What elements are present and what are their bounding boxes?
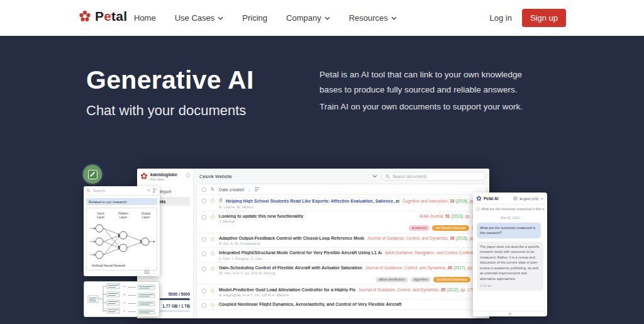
star-icon[interactable] xyxy=(210,266,215,271)
table-row[interactable]: Gain-Scheduling Control of Flexible Airc… xyxy=(197,263,486,285)
tree-diagram-card xyxy=(84,281,160,317)
thread-title: What are the outcomes measured in this r… xyxy=(481,207,544,211)
table-row[interactable]: Model-Predictive Gust Load Alleviation C… xyxy=(197,285,486,300)
workspace-switcher-icon[interactable] xyxy=(186,174,190,177)
more-options-icon[interactable]: ⋮ xyxy=(152,269,156,274)
hero-paragraph-2: Train AI on your own documents to suppor… xyxy=(319,99,530,115)
document-list-card: ⇅ Date created ↓ Helping High School Stu… xyxy=(196,184,487,318)
edit-badge[interactable] xyxy=(83,165,102,184)
chat-header: Petal AI English (US) xyxy=(473,193,547,204)
close-icon[interactable]: × xyxy=(147,188,150,193)
table-row[interactable]: Adaptive Output-Feedback Control with Cl… xyxy=(197,233,486,249)
figure-search-bar: × xyxy=(84,186,160,196)
search-documents-input[interactable] xyxy=(392,174,481,179)
ai-answer-text: The paper does not describe a specific r… xyxy=(480,245,539,281)
doc-citation: AIAA Journal, 51 (2013), pp. 330– xyxy=(419,214,481,218)
select-all-checkbox[interactable] xyxy=(202,187,206,192)
workspace-plan: Pro plan xyxy=(150,177,184,181)
figure-search-input[interactable] xyxy=(93,189,145,193)
table-row[interactable]: Looking to update this new functionality… xyxy=(197,211,486,233)
doc-tags: affine distributionalgorithm1st Round In… xyxy=(219,277,481,282)
star-icon[interactable] xyxy=(210,237,215,242)
doc-citation: Journal of Guidance, Control, and Dynami… xyxy=(365,265,481,270)
signup-button[interactable]: Sign up xyxy=(522,9,566,27)
tag-pill[interactable]: 1st Round Interview xyxy=(432,225,469,231)
thread-checkbox[interactable] xyxy=(476,208,479,211)
figure-caption: Artificial Neural Network xyxy=(92,264,126,267)
doc-citation: AIAA Guidance, Navigation, and Control C… xyxy=(385,250,481,255)
doc-title[interactable]: Helping High School Students Read Like E… xyxy=(226,199,399,203)
doc-citation: Journal of Guidance, Control, and Dynami… xyxy=(358,288,481,292)
svg-text:Layer: Layer xyxy=(142,215,150,219)
document-search-box[interactable] xyxy=(381,172,486,181)
row-checkbox[interactable] xyxy=(202,289,206,293)
star-icon[interactable] xyxy=(210,215,215,220)
chevron-down-icon[interactable] xyxy=(540,198,544,200)
tag-pill[interactable]: 1st Round Interview xyxy=(433,277,470,282)
svg-text:Layer: Layer xyxy=(119,215,128,219)
search-icon xyxy=(386,174,390,179)
row-checkbox[interactable] xyxy=(202,237,206,242)
tag-pill[interactable]: algorithm xyxy=(411,277,431,282)
nav-item-use-cases[interactable]: Use Cases xyxy=(175,13,224,23)
tag-pill[interactable]: academic xyxy=(409,225,430,231)
star-icon[interactable] xyxy=(210,303,215,308)
figure-search-card: × Related to our research InputLayer Hid… xyxy=(84,186,160,276)
filter-icon[interactable] xyxy=(153,189,157,192)
chat-brand: Petal AI xyxy=(484,196,499,201)
table-row[interactable]: Integrated Flight/Structural Mode Contro… xyxy=(197,248,486,263)
language-selector[interactable]: English (US) xyxy=(519,197,538,201)
star-icon[interactable] xyxy=(210,198,215,203)
sort-direction-icon[interactable]: ↓ xyxy=(248,187,251,192)
filter-icon[interactable] xyxy=(255,187,259,191)
row-checkbox[interactable] xyxy=(202,215,206,220)
globe-icon xyxy=(513,196,518,201)
nav-item-resources[interactable]: Resources xyxy=(349,13,397,23)
chevron-down-icon xyxy=(391,16,397,20)
star-icon[interactable] xyxy=(210,288,215,293)
image-icon[interactable] xyxy=(145,270,149,274)
petal-flower-icon xyxy=(79,10,91,23)
nav-item-home[interactable]: Home xyxy=(134,13,156,23)
brand-logo[interactable]: Petal xyxy=(79,9,127,24)
user-question-bubble: What are the outcomes measured in this r… xyxy=(477,223,541,238)
row-checkbox[interactable] xyxy=(202,252,206,256)
neural-network-figure: InputLayer HiddenLayer OutputLayer xyxy=(86,208,157,271)
chat-thread-row[interactable]: What are the outcomes measured in this r… xyxy=(473,204,547,213)
nav-right: Log in Sign up xyxy=(489,0,566,36)
hero-subtitle: Chat with your documents xyxy=(86,103,246,119)
row-checkbox[interactable] xyxy=(202,199,206,203)
doc-authors: W. Fan, H.H.T. Liu, R.H.S. Kwong xyxy=(219,271,481,275)
document-rows: Helping High School Students Read Like E… xyxy=(197,195,486,310)
sort-column-label[interactable]: Date created xyxy=(219,187,244,192)
brand-wordmark: Petal xyxy=(95,9,127,24)
hero-paragraph-1: Petal is an AI tool that can link to you… xyxy=(319,67,530,97)
doc-authors: Y. Melnyk xyxy=(219,220,481,223)
chat-date: Mar 22, 2023 xyxy=(473,216,547,220)
chevron-down-icon[interactable] xyxy=(372,174,377,178)
doc-authors: J. Che, I. Gregory, C. Cao xyxy=(219,257,481,260)
table-header-row: ⇅ Date created ↓ xyxy=(197,184,486,195)
page: Petal HomeUse CasesPricingCompanyResourc… xyxy=(0,0,644,324)
doc-title: Integrated Flight/Structural Mode Contro… xyxy=(219,250,382,255)
chevron-down-icon xyxy=(325,16,330,20)
message-timestamp: 11:20 am xyxy=(480,284,540,288)
star-icon[interactable] xyxy=(210,251,215,256)
nav-item-label: Home xyxy=(134,13,156,23)
pencil-icon xyxy=(88,170,97,179)
row-checkbox[interactable] xyxy=(202,267,206,271)
sort-icon[interactable]: ⇅ xyxy=(211,187,214,192)
login-link[interactable]: Log in xyxy=(489,13,511,23)
doc-title: Adaptive Output-Feedback Control with Cl… xyxy=(219,236,364,240)
resize-handle[interactable] xyxy=(509,313,511,315)
tag-pill[interactable]: affine distribution xyxy=(375,277,408,282)
nav-item-pricing[interactable]: Pricing xyxy=(242,13,267,23)
table-row[interactable]: Coupled Nonlinear Flight Dynamics, Aeroe… xyxy=(197,299,486,310)
table-row[interactable]: Helping High School Students Read Like E… xyxy=(197,195,486,211)
workspace-row[interactable]: kaleidoglobe Pro plan xyxy=(140,172,190,181)
collection-selector[interactable]: Cesnik Website xyxy=(199,174,232,179)
nav-item-company[interactable]: Company xyxy=(286,13,330,23)
search-icon xyxy=(87,189,91,193)
row-checkbox[interactable] xyxy=(202,303,206,308)
related-banner: Related to our research xyxy=(86,198,157,205)
